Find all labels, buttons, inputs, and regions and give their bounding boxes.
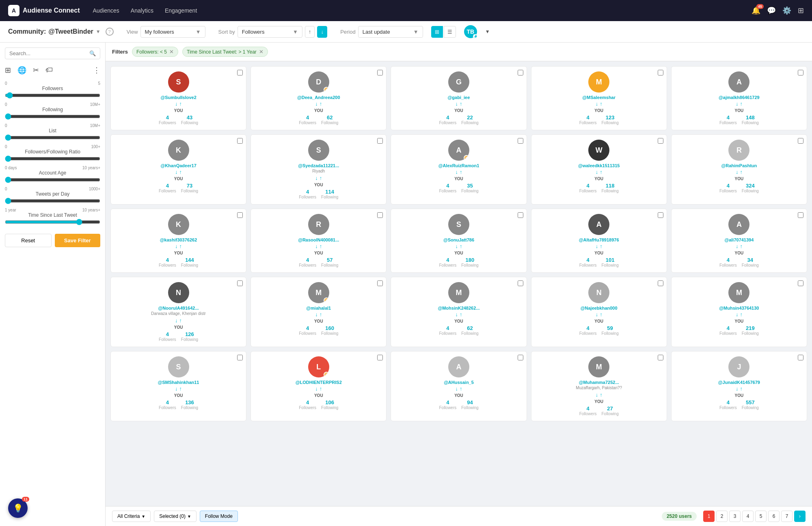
- card-checkbox[interactable]: [518, 70, 523, 75]
- card-username[interactable]: @AltafHu78918976: [579, 237, 619, 242]
- page-btn-7[interactable]: 7: [781, 511, 793, 522]
- list-view-button[interactable]: ☰: [444, 26, 456, 38]
- card-checkbox[interactable]: [237, 138, 243, 144]
- card-stats: 4 Followers 73 Following: [159, 183, 198, 193]
- card-username[interactable]: @NoorulA491642...: [158, 306, 199, 310]
- list-slider[interactable]: [5, 134, 100, 141]
- card-username[interactable]: @Muhamma7252...: [579, 380, 619, 385]
- page-btn-1[interactable]: 1: [703, 511, 715, 522]
- globe-icon[interactable]: 🌐: [17, 66, 26, 75]
- followers-slider[interactable]: [5, 92, 100, 99]
- sortby-select[interactable]: Followers ▼: [238, 26, 302, 38]
- pagination-next[interactable]: ›: [794, 511, 806, 522]
- card-username[interactable]: @ajmalkh86461729: [719, 95, 760, 100]
- nav-engagement[interactable]: Engagement: [165, 7, 197, 14]
- page-btn-6[interactable]: 6: [768, 511, 780, 522]
- reset-button[interactable]: Reset: [5, 234, 52, 247]
- tweet-time-filter-close[interactable]: ✕: [259, 49, 263, 55]
- card-checkbox[interactable]: [377, 212, 383, 218]
- card-username[interactable]: @kashif30376262: [160, 237, 197, 242]
- card-checkbox[interactable]: [798, 138, 803, 144]
- card-username[interactable]: @SumbulIsIove2: [160, 95, 196, 100]
- card-username[interactable]: @AHussain_5: [444, 380, 474, 385]
- follow-mode-button[interactable]: Follow Mode: [200, 511, 238, 522]
- sort-desc-button[interactable]: ↓: [317, 26, 327, 38]
- card-checkbox[interactable]: [518, 280, 523, 286]
- card-username[interactable]: @JunaidK41457679: [718, 380, 760, 385]
- page-btn-5[interactable]: 5: [755, 511, 767, 522]
- search-input[interactable]: [9, 50, 87, 56]
- card-username[interactable]: @LODHIENTERPRIS2: [296, 380, 342, 385]
- nav-analytics[interactable]: Analytics: [131, 7, 153, 14]
- card-checkbox[interactable]: [237, 212, 243, 218]
- period-select[interactable]: Last update ▼: [358, 26, 423, 38]
- all-criteria-button[interactable]: All Criteria ▼: [112, 511, 151, 522]
- view-select[interactable]: My followers ▼: [140, 26, 205, 38]
- card-username[interactable]: @SonuJatt786: [443, 237, 474, 242]
- grid-view-button[interactable]: ⊞: [431, 26, 443, 38]
- community-chevron[interactable]: ▼: [96, 29, 101, 34]
- messages-button[interactable]: 💬: [767, 6, 776, 15]
- card-checkbox[interactable]: [658, 355, 663, 360]
- last-tweet-slider[interactable]: [5, 219, 100, 225]
- settings-button[interactable]: ⚙️: [782, 6, 791, 15]
- selected-button[interactable]: Selected (0) ▼: [154, 511, 197, 522]
- sort-asc-button[interactable]: ↑: [305, 26, 315, 38]
- card-username[interactable]: @Deea_Andreea200: [297, 95, 340, 100]
- tag-icon[interactable]: 🏷: [45, 66, 53, 75]
- following-slider[interactable]: [5, 113, 100, 120]
- scissors-icon[interactable]: ✂: [33, 66, 39, 75]
- card-checkbox[interactable]: [377, 280, 383, 286]
- nav-audiences[interactable]: Audiences: [93, 7, 119, 14]
- card-username[interactable]: @Syedzada11221...: [298, 163, 339, 168]
- card-checkbox[interactable]: [658, 212, 663, 218]
- tweets-per-day-slider[interactable]: [5, 198, 100, 204]
- search-box[interactable]: 🔍: [5, 47, 100, 59]
- more-icon[interactable]: ⋮: [93, 66, 100, 75]
- ff-ratio-slider[interactable]: [5, 155, 100, 162]
- followers-stat: 4 Followers: [299, 399, 316, 410]
- save-filter-button[interactable]: Save Filter: [55, 234, 101, 247]
- page-btn-2[interactable]: 2: [716, 511, 728, 522]
- card-username[interactable]: @ali70741394: [724, 237, 754, 242]
- card-checkbox[interactable]: [798, 280, 803, 286]
- card-checkbox[interactable]: [237, 280, 243, 286]
- you-badge: YOU: [735, 393, 744, 398]
- card-checkbox[interactable]: [658, 138, 663, 144]
- card-username[interactable]: @miahalal1: [306, 306, 331, 310]
- card-username[interactable]: @gabi_iee: [448, 95, 470, 100]
- card-username[interactable]: @Najeebkhan000: [581, 306, 618, 310]
- avatar-dropdown-button[interactable]: ▼: [482, 26, 493, 37]
- followers-filter-close[interactable]: ✕: [169, 49, 174, 55]
- card-checkbox[interactable]: [658, 70, 663, 75]
- card-checkbox[interactable]: [518, 355, 523, 360]
- card-checkbox[interactable]: [377, 355, 383, 360]
- card-username[interactable]: @SMShahinkhan11: [158, 380, 199, 385]
- hint-bubble[interactable]: 💡 11: [8, 498, 28, 518]
- filter-sliders-icon[interactable]: ⊞: [5, 66, 11, 75]
- notification-button[interactable]: 🔔 45: [752, 6, 760, 15]
- card-checkbox[interactable]: [798, 70, 803, 75]
- card-checkbox[interactable]: [518, 212, 523, 218]
- card-username[interactable]: @MohsinK248262...: [438, 306, 479, 310]
- card-checkbox[interactable]: [518, 138, 523, 144]
- page-btn-4[interactable]: 4: [742, 511, 754, 522]
- page-btn-3[interactable]: 3: [729, 511, 741, 522]
- card-username[interactable]: @waleedkk1511315: [578, 163, 620, 168]
- grid-button[interactable]: ⊞: [798, 6, 804, 15]
- help-button[interactable]: ?: [106, 28, 114, 36]
- card-username[interactable]: @KhanQadeer17: [160, 163, 196, 168]
- card-username[interactable]: @RasoolN400081...: [298, 237, 339, 242]
- card-username[interactable]: @AlexRuizRamon1: [438, 163, 479, 168]
- card-checkbox[interactable]: [798, 355, 803, 360]
- card-checkbox[interactable]: [237, 70, 243, 75]
- card-username[interactable]: @Muhsin43764130: [719, 306, 759, 310]
- card-checkbox[interactable]: [237, 355, 243, 360]
- card-checkbox[interactable]: [658, 280, 663, 286]
- card-checkbox[interactable]: [377, 138, 383, 144]
- card-username[interactable]: @MSaleemshar: [582, 95, 615, 100]
- card-checkbox[interactable]: [377, 70, 383, 75]
- card-checkbox[interactable]: [798, 212, 803, 218]
- account-age-slider[interactable]: [5, 177, 100, 183]
- card-username[interactable]: @RahimPashtun: [721, 163, 757, 168]
